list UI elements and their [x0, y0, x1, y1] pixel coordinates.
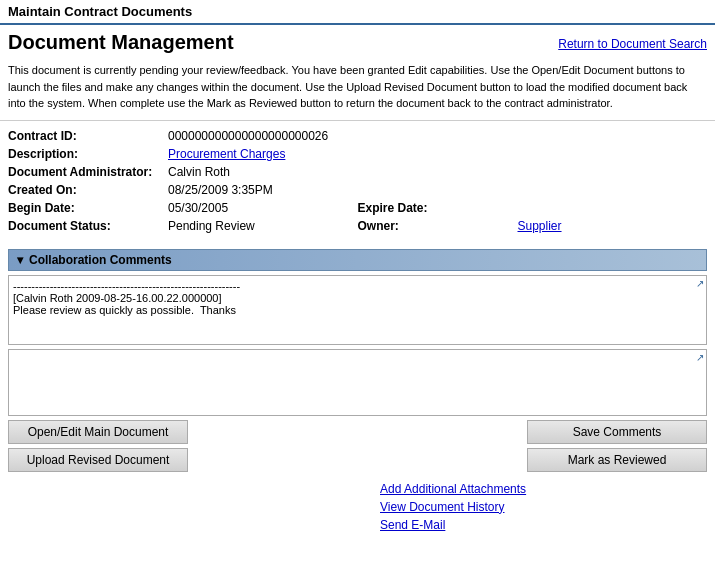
readonly-comment-box: ↗ --------------------------------------… — [8, 275, 707, 345]
mark-as-reviewed-button[interactable]: Mark as Reviewed — [527, 448, 707, 472]
document-status-value: Pending Review — [168, 219, 255, 233]
expand-icon-editable[interactable]: ↗ — [696, 352, 704, 363]
begin-expire-row: Begin Date: 05/30/2005 Expire Date: — [8, 201, 707, 215]
expire-date-col: Expire Date: — [358, 201, 708, 215]
begin-date-label: Begin Date: — [8, 201, 168, 215]
buttons-section: Open/Edit Main Document Upload Revised D… — [0, 420, 715, 472]
editable-comment-textarea[interactable] — [13, 354, 702, 409]
left-buttons: Open/Edit Main Document Upload Revised D… — [8, 420, 188, 472]
created-on-row: Created On: 08/25/2009 3:35PM — [8, 183, 707, 197]
editable-comment-box[interactable]: ↗ — [8, 349, 707, 416]
open-edit-main-button[interactable]: Open/Edit Main Document — [8, 420, 188, 444]
document-admin-label: Document Administrator: — [8, 165, 168, 179]
begin-date-value: 05/30/2005 — [168, 201, 228, 215]
readonly-comment-text: ----------------------------------------… — [13, 280, 702, 316]
title-bar: Maintain Contract Documents — [0, 0, 715, 25]
expand-icon-readonly[interactable]: ↗ — [696, 278, 704, 289]
begin-date-col: Begin Date: 05/30/2005 — [8, 201, 358, 215]
contract-id-label: Contract ID: — [8, 129, 168, 143]
document-status-label: Document Status: — [8, 219, 168, 233]
owner-value[interactable]: Supplier — [518, 219, 562, 233]
links-section: Add Additional Attachments View Document… — [0, 476, 715, 540]
description-row: Description: Procurement Charges — [8, 147, 707, 161]
document-admin-row: Document Administrator: Calvin Roth — [8, 165, 707, 179]
collaboration-header-label: Collaboration Comments — [29, 253, 172, 267]
created-on-value: 08/25/2009 3:35PM — [168, 183, 273, 197]
return-to-document-search-link[interactable]: Return to Document Search — [558, 31, 707, 51]
collaboration-section-header[interactable]: Collaboration Comments — [8, 249, 707, 271]
owner-col: Owner: Supplier — [358, 219, 708, 233]
save-comments-button[interactable]: Save Comments — [527, 420, 707, 444]
fields-section: Contract ID: 000000000000000000000026 De… — [0, 121, 715, 245]
send-email-link[interactable]: Send E-Mail — [380, 518, 707, 532]
created-on-label: Created On: — [8, 183, 168, 197]
info-text: This document is currently pending your … — [0, 58, 715, 121]
description-label: Description: — [8, 147, 168, 161]
right-buttons: Save Comments Mark as Reviewed — [527, 420, 707, 472]
expire-date-label: Expire Date: — [358, 201, 518, 215]
upload-revised-button[interactable]: Upload Revised Document — [8, 448, 188, 472]
document-admin-value: Calvin Roth — [168, 165, 230, 179]
page-header: Document Management Return to Document S… — [0, 25, 715, 58]
owner-label: Owner: — [358, 219, 518, 233]
contract-id-row: Contract ID: 000000000000000000000026 — [8, 129, 707, 143]
page-title: Document Management — [8, 31, 234, 54]
document-status-col: Document Status: Pending Review — [8, 219, 358, 233]
description-value[interactable]: Procurement Charges — [168, 147, 285, 161]
add-attachments-link[interactable]: Add Additional Attachments — [380, 482, 707, 496]
status-owner-row: Document Status: Pending Review Owner: S… — [8, 219, 707, 233]
title-bar-label: Maintain Contract Documents — [8, 4, 192, 19]
view-history-link[interactable]: View Document History — [380, 500, 707, 514]
contract-id-value: 000000000000000000000026 — [168, 129, 328, 143]
